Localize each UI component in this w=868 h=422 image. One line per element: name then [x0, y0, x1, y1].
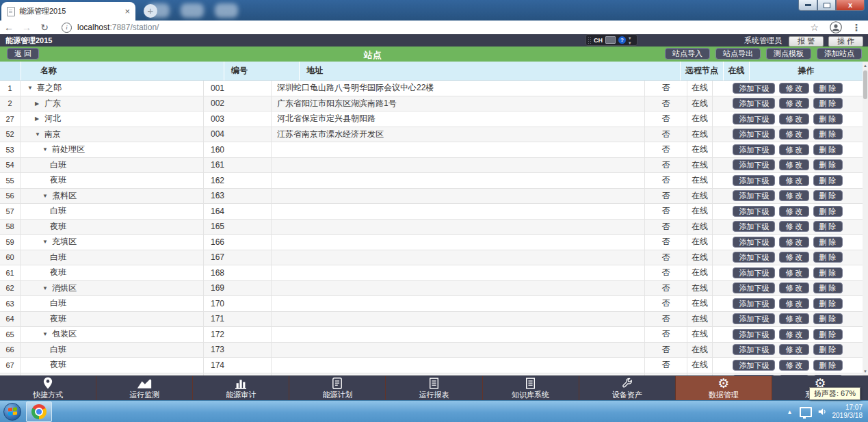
edit-button[interactable]: 修 改	[779, 282, 808, 293]
edit-button[interactable]: 修 改	[779, 206, 808, 217]
bookmark-star-icon[interactable]: ☆	[810, 22, 819, 33]
delete-button[interactable]: 删 除	[813, 344, 843, 355]
edit-button[interactable]: 修 改	[779, 298, 808, 309]
delete-button[interactable]: 删 除	[813, 206, 843, 217]
add-child-button[interactable]: 添加下级	[733, 144, 775, 155]
nav-item-7[interactable]: 设备资产	[579, 376, 676, 400]
edit-button[interactable]: 修 改	[779, 237, 808, 248]
add-child-button[interactable]: 添加下级	[733, 83, 775, 94]
address-bar[interactable]: localhost:7887/station/	[77, 23, 159, 32]
nav-item-2[interactable]: 运行监测	[96, 376, 193, 400]
delete-button[interactable]: 删 除	[813, 360, 843, 371]
vertical-scrollbar[interactable]: ▲ ▼	[863, 62, 868, 375]
add-child-button[interactable]: 添加下级	[733, 98, 775, 109]
tree-expanded-icon[interactable]: ▼	[42, 331, 49, 337]
nav-item-3[interactable]: 能源审计	[193, 376, 289, 400]
drag-handle-icon[interactable]	[588, 36, 592, 44]
edit-button[interactable]: 修 改	[779, 83, 808, 94]
tree-collapsed-icon[interactable]: ▶	[35, 116, 41, 122]
add-child-button[interactable]: 添加下级	[733, 175, 775, 186]
back-icon[interactable]: ←	[0, 22, 18, 33]
edit-button[interactable]: 修 改	[779, 98, 808, 109]
ime-language-bar[interactable]: CH ? ▾▾	[586, 34, 637, 46]
nav-item-4[interactable]: 能源计划	[289, 376, 386, 400]
delete-button[interactable]: 删 除	[813, 313, 843, 324]
add-child-button[interactable]: 添加下级	[733, 344, 775, 355]
add-child-button[interactable]: 添加下级	[733, 237, 775, 248]
add-child-button[interactable]: 添加下级	[733, 313, 775, 324]
ime-options-icon[interactable]: ▾▾	[629, 36, 631, 45]
add-child-button[interactable]: 添加下级	[733, 298, 775, 309]
add-child-button[interactable]: 添加下级	[733, 267, 775, 278]
scroll-down-icon[interactable]: ▼	[863, 367, 868, 375]
edit-button[interactable]: 修 改	[779, 129, 808, 140]
delete-button[interactable]: 删 除	[813, 237, 843, 248]
edit-button[interactable]: 修 改	[779, 313, 808, 324]
profile-avatar-icon[interactable]	[830, 21, 842, 34]
edit-button[interactable]: 修 改	[779, 114, 808, 124]
add-child-button[interactable]: 添加下级	[733, 114, 775, 124]
add-child-button[interactable]: 添加下级	[733, 360, 775, 371]
edit-button[interactable]: 修 改	[779, 360, 808, 371]
delete-button[interactable]: 删 除	[813, 221, 843, 232]
add-child-button[interactable]: 添加下级	[733, 190, 775, 201]
browser-menu-icon[interactable]: ⋮	[852, 22, 861, 33]
delete-button[interactable]: 删 除	[813, 144, 843, 155]
tree-expanded-icon[interactable]: ▼	[42, 239, 49, 245]
edit-button[interactable]: 修 改	[779, 190, 808, 201]
scrollbar-thumb[interactable]	[863, 70, 867, 99]
add-child-button[interactable]: 添加下级	[733, 206, 775, 217]
nav-item-6[interactable]: 知识库系统	[483, 376, 579, 400]
edit-button[interactable]: 修 改	[779, 344, 808, 355]
site-info-icon[interactable]: i	[62, 23, 72, 33]
ime-language-label[interactable]: CH	[594, 37, 603, 44]
taskbar-chrome-button[interactable]	[26, 401, 52, 422]
delete-button[interactable]: 删 除	[813, 267, 843, 278]
tree-expanded-icon[interactable]: ▼	[42, 146, 49, 153]
add-child-button[interactable]: 添加下级	[733, 221, 775, 232]
nav-item-8[interactable]: ⚙数据管理	[676, 376, 772, 400]
forward-icon[interactable]: →	[18, 22, 36, 33]
edit-button[interactable]: 修 改	[779, 221, 808, 232]
delete-button[interactable]: 删 除	[813, 159, 843, 170]
tree-expanded-icon[interactable]: ▼	[42, 193, 49, 199]
station-export-button[interactable]: 站点导出	[715, 48, 761, 60]
tab-close-icon[interactable]: ×	[124, 7, 130, 16]
restore-button[interactable]	[817, 0, 836, 11]
delete-button[interactable]: 删 除	[813, 190, 843, 201]
speaker-icon[interactable]	[817, 407, 832, 417]
clock[interactable]: 17:07 2019/3/18	[832, 404, 863, 420]
browser-tab[interactable]: 能源管理2015 ×	[1, 2, 135, 21]
add-child-button[interactable]: 添加下级	[733, 159, 775, 170]
nav-item-1[interactable]: 快捷方式	[0, 376, 96, 400]
tree-expanded-icon[interactable]: ▼	[27, 85, 34, 91]
delete-button[interactable]: 删 除	[813, 83, 843, 94]
delete-button[interactable]: 删 除	[813, 282, 843, 293]
delete-button[interactable]: 删 除	[813, 175, 843, 186]
nav-item-5[interactable]: 运行报表	[386, 376, 482, 400]
delete-button[interactable]: 删 除	[813, 298, 843, 309]
delete-button[interactable]: 删 除	[813, 114, 843, 124]
edit-button[interactable]: 修 改	[779, 252, 808, 263]
help-icon[interactable]: ?	[618, 36, 626, 44]
station-import-button[interactable]: 站点导入	[665, 48, 710, 60]
minimize-button[interactable]	[798, 0, 817, 11]
reload-icon[interactable]: ↻	[36, 22, 53, 33]
tree-expanded-icon[interactable]: ▼	[42, 285, 49, 291]
edit-button[interactable]: 修 改	[779, 159, 808, 170]
edit-button[interactable]: 修 改	[779, 175, 808, 186]
add-child-button[interactable]: 添加下级	[733, 129, 775, 140]
delete-button[interactable]: 删 除	[813, 98, 843, 109]
add-station-button[interactable]: 添加站点	[817, 48, 862, 60]
show-hidden-icons-icon[interactable]: ▲	[787, 409, 793, 415]
scroll-up-icon[interactable]: ▲	[863, 62, 868, 70]
network-icon[interactable]	[800, 407, 812, 417]
edit-button[interactable]: 修 改	[779, 329, 808, 340]
tree-collapsed-icon[interactable]: ▶	[35, 101, 41, 107]
point-template-button[interactable]: 测点模板	[766, 48, 811, 60]
back-page-button[interactable]: 返 回	[7, 48, 39, 60]
edit-button[interactable]: 修 改	[779, 267, 808, 278]
delete-button[interactable]: 删 除	[813, 252, 843, 263]
edit-button[interactable]: 修 改	[779, 144, 808, 155]
add-child-button[interactable]: 添加下级	[733, 252, 775, 263]
